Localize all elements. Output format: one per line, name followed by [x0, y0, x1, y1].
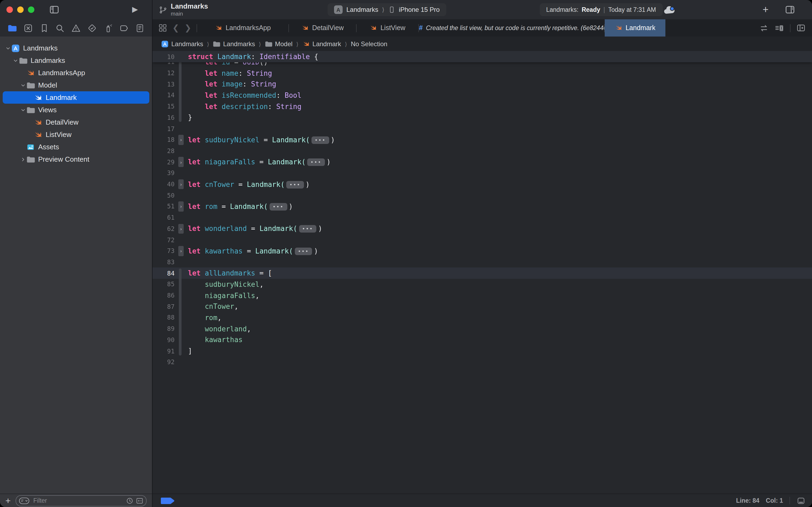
breakpoint-indicator-icon[interactable] [160, 497, 175, 504]
disclosure-chevron-icon[interactable] [19, 82, 26, 88]
folded-code-pill[interactable]: ••• [269, 203, 287, 211]
breadcrumb-item[interactable]: Model [265, 40, 292, 48]
code-line-87[interactable]: 87 cnTower, [153, 301, 812, 312]
breadcrumb-item[interactable]: No Selection [351, 40, 388, 48]
folded-code-pill[interactable]: ••• [311, 136, 329, 144]
related-items-icon[interactable] [159, 23, 167, 32]
go-back-icon[interactable]: ❮ [172, 23, 179, 33]
filter-field[interactable] [15, 495, 147, 506]
line-number[interactable]: 85 [153, 281, 178, 288]
tab-landmarksapp[interactable]: LandmarksApp [197, 19, 288, 37]
find-navigator-icon[interactable] [56, 23, 65, 33]
fold-chevron-icon[interactable]: › [178, 202, 184, 211]
sidebar-item-preview-content[interactable]: Preview Content [3, 153, 149, 165]
tab-commit-message[interactable]: #Created the list view, but our code is … [419, 19, 604, 37]
code-line-91[interactable]: 91] [153, 345, 812, 356]
code-fold-ribbon[interactable] [179, 269, 181, 355]
disclosure-chevron-icon[interactable] [4, 45, 11, 51]
sticky-scope-header[interactable]: 10struct Landmark: Identifiable { [153, 51, 812, 62]
sidebar-item-assets[interactable]: Assets [3, 141, 149, 153]
line-number[interactable]: 17 [153, 125, 178, 132]
code-line-83[interactable]: 83 [153, 257, 812, 268]
source-editor[interactable]: 11 let id = UUID()12 let name: String13 … [153, 51, 812, 494]
code-line-18[interactable]: 18›let sudburyNickel = Landmark(•••) [153, 134, 812, 145]
line-number[interactable]: 87 [153, 303, 178, 310]
tab-detailview[interactable]: DetailView [289, 19, 356, 37]
sidebar-item-listview[interactable]: ListView [3, 128, 149, 141]
toggle-right-sidebar-icon[interactable] [785, 5, 795, 14]
line-number[interactable]: 51 [153, 203, 178, 210]
sidebar-item-landmark[interactable]: Landmark [3, 91, 149, 104]
code-line-17[interactable]: 17 [153, 123, 812, 134]
add-editor-icon[interactable] [797, 23, 806, 32]
line-number[interactable]: 88 [153, 314, 178, 322]
code-line-61[interactable]: 61 [153, 212, 812, 223]
line-number[interactable]: 15 [153, 103, 178, 110]
line-number[interactable]: 91 [153, 347, 178, 355]
line-number[interactable]: 62 [153, 225, 178, 233]
line-number[interactable]: 28 [153, 147, 178, 155]
source-control-navigator-icon[interactable] [23, 23, 33, 33]
breakpoint-navigator-icon[interactable] [119, 23, 129, 33]
code-line-85[interactable]: 85 sudburyNickel, [153, 279, 812, 290]
source-control-status-icon[interactable] [136, 497, 143, 504]
code-line-86[interactable]: 86 niagaraFalls, [153, 290, 812, 301]
line-number[interactable]: 72 [153, 236, 178, 243]
line-number[interactable]: 61 [153, 214, 178, 221]
line-number[interactable]: 89 [153, 325, 178, 332]
code-fold-ribbon[interactable] [179, 57, 181, 122]
code-line-16[interactable]: 16} [153, 112, 812, 123]
report-navigator-icon[interactable] [135, 23, 144, 33]
issue-navigator-icon[interactable] [71, 23, 80, 33]
sidebar-item-views[interactable]: Views [3, 104, 149, 116]
debug-navigator-icon[interactable] [103, 23, 113, 33]
line-number[interactable]: 84 [153, 269, 178, 277]
add-tab-button[interactable]: + [763, 4, 768, 15]
code-line-28[interactable]: 28 [153, 145, 812, 156]
test-navigator-icon[interactable] [88, 23, 97, 33]
code-line-40[interactable]: 40›let cnTower = Landmark(•••) [153, 179, 812, 189]
code-line-89[interactable]: 89 wonderland, [153, 323, 812, 334]
disclosure-chevron-icon[interactable] [12, 58, 19, 63]
code-line-84[interactable]: 84let allLandmarks = [ [153, 268, 812, 279]
breadcrumb-item[interactable]: Landmarks [161, 40, 203, 48]
code-line-13[interactable]: 13 let image: String [153, 79, 812, 90]
code-line-51[interactable]: 51›let rom = Landmark(•••) [153, 201, 812, 212]
line-number[interactable]: 90 [153, 336, 178, 344]
folded-code-pill[interactable]: ••• [286, 181, 304, 188]
sidebar-item-landmarks[interactable]: Landmarks [3, 42, 149, 54]
project-navigator-icon[interactable] [7, 23, 17, 33]
breadcrumb-item[interactable]: Landmark [302, 40, 341, 48]
recent-files-clock-icon[interactable] [126, 497, 133, 504]
code-line-92[interactable]: 92 [153, 357, 812, 368]
line-number[interactable]: 83 [153, 258, 178, 266]
line-number[interactable]: 18 [153, 136, 178, 144]
code-line-73[interactable]: 73›let kawarthas = Landmark(•••) [153, 245, 812, 257]
sidebar-item-landmarks[interactable]: Landmarks [3, 54, 149, 67]
minimize-window-button[interactable] [17, 6, 23, 13]
fold-chevron-icon[interactable]: › [178, 157, 184, 167]
close-window-button[interactable] [6, 6, 13, 13]
line-number[interactable]: 16 [153, 114, 178, 121]
sidebar-item-model[interactable]: Model [3, 79, 149, 91]
line-number[interactable]: 14 [153, 92, 178, 99]
code-line-90[interactable]: 90 kawarthas [153, 334, 812, 345]
fold-chevron-icon[interactable]: › [178, 135, 184, 145]
line-number[interactable]: 92 [153, 358, 178, 366]
fold-chevron-icon[interactable]: › [178, 246, 184, 256]
code-line-29[interactable]: 29›let niagaraFalls = Landmark(•••) [153, 157, 812, 168]
folded-code-pill[interactable]: ••• [307, 158, 325, 166]
code-line-72[interactable]: 72 [153, 234, 812, 245]
line-number[interactable]: 50 [153, 191, 178, 199]
line-number[interactable]: 10 [153, 53, 178, 60]
folded-code-pill[interactable]: ••• [295, 247, 312, 255]
fold-chevron-icon[interactable]: › [178, 179, 184, 189]
filter-input[interactable] [32, 497, 123, 504]
run-button[interactable]: ▶ [132, 5, 138, 13]
line-number[interactable]: 13 [153, 80, 178, 88]
line-number[interactable]: 12 [153, 69, 178, 77]
tab-landmark[interactable]: Landmark [605, 19, 665, 37]
line-number[interactable]: 39 [153, 169, 178, 177]
breadcrumb-item[interactable]: Landmarks [213, 40, 255, 48]
tab-listview[interactable]: ListView [357, 19, 418, 37]
